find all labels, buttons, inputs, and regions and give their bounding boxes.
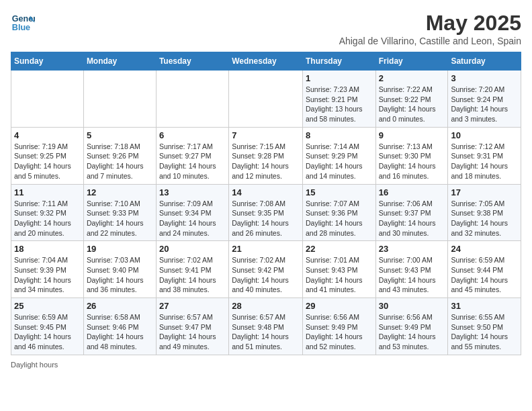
day-number: 14: [232, 187, 300, 197]
calendar-cell: 23Sunrise: 7:00 AM Sunset: 9:43 PM Dayli…: [375, 241, 448, 298]
day-info: Sunrise: 6:57 AM Sunset: 9:47 PM Dayligh…: [159, 312, 226, 352]
day-info: Sunrise: 7:02 AM Sunset: 9:41 PM Dayligh…: [159, 255, 226, 295]
day-number: 26: [87, 301, 153, 311]
day-info: Sunrise: 6:59 AM Sunset: 9:44 PM Dayligh…: [451, 255, 518, 295]
calendar-cell: 5Sunrise: 7:18 AM Sunset: 9:26 PM Daylig…: [83, 127, 156, 184]
day-info: Sunrise: 7:09 AM Sunset: 9:34 PM Dayligh…: [159, 199, 226, 238]
day-number: 20: [159, 244, 226, 254]
header-saturday: Saturday: [448, 52, 521, 71]
calendar-cell: 30Sunrise: 6:56 AM Sunset: 9:49 PM Dayli…: [375, 298, 448, 355]
calendar-cell: 24Sunrise: 6:59 AM Sunset: 9:44 PM Dayli…: [448, 241, 521, 298]
day-number: 25: [14, 301, 81, 311]
day-info: Sunrise: 7:08 AM Sunset: 9:35 PM Dayligh…: [232, 199, 300, 238]
day-number: 3: [451, 73, 518, 83]
calendar-cell: 2Sunrise: 7:22 AM Sunset: 9:22 PM Daylig…: [375, 71, 448, 128]
header-thursday: Thursday: [302, 52, 375, 71]
calendar-cell: 7Sunrise: 7:15 AM Sunset: 9:28 PM Daylig…: [229, 127, 303, 184]
day-info: Sunrise: 6:59 AM Sunset: 9:45 PM Dayligh…: [14, 312, 81, 352]
week-row-5: 25Sunrise: 6:59 AM Sunset: 9:45 PM Dayli…: [11, 298, 521, 355]
day-number: 16: [379, 187, 445, 197]
calendar-cell: 14Sunrise: 7:08 AM Sunset: 9:35 PM Dayli…: [229, 184, 303, 241]
week-row-3: 11Sunrise: 7:11 AM Sunset: 9:32 PM Dayli…: [11, 184, 521, 241]
calendar-cell: 9Sunrise: 7:13 AM Sunset: 9:30 PM Daylig…: [375, 127, 448, 184]
day-info: Sunrise: 7:07 AM Sunset: 9:36 PM Dayligh…: [306, 199, 373, 238]
month-title: May 2025: [339, 11, 521, 36]
day-number: 2: [379, 73, 445, 83]
day-info: Sunrise: 7:12 AM Sunset: 9:31 PM Dayligh…: [451, 142, 518, 181]
calendar-cell: 22Sunrise: 7:01 AM Sunset: 9:43 PM Dayli…: [302, 241, 375, 298]
week-row-1: 1Sunrise: 7:23 AM Sunset: 9:21 PM Daylig…: [11, 71, 521, 128]
day-number: 17: [451, 187, 518, 197]
calendar-cell: 18Sunrise: 7:04 AM Sunset: 9:39 PM Dayli…: [11, 241, 84, 298]
day-info: Sunrise: 6:56 AM Sunset: 9:49 PM Dayligh…: [379, 312, 445, 352]
calendar-cell: [156, 71, 228, 128]
calendar-cell: 29Sunrise: 6:56 AM Sunset: 9:49 PM Dayli…: [302, 298, 375, 355]
calendar-cell: [83, 71, 156, 128]
day-number: 19: [87, 244, 153, 254]
day-info: Sunrise: 7:05 AM Sunset: 9:38 PM Dayligh…: [451, 199, 518, 238]
day-info: Sunrise: 7:14 AM Sunset: 9:29 PM Dayligh…: [306, 142, 373, 181]
calendar-cell: 1Sunrise: 7:23 AM Sunset: 9:21 PM Daylig…: [302, 71, 375, 128]
header-monday: Monday: [83, 52, 156, 71]
day-info: Sunrise: 7:00 AM Sunset: 9:43 PM Dayligh…: [379, 255, 445, 295]
calendar-cell: 17Sunrise: 7:05 AM Sunset: 9:38 PM Dayli…: [448, 184, 521, 241]
day-number: 27: [159, 301, 226, 311]
calendar-table: SundayMondayTuesdayWednesdayThursdayFrid…: [11, 52, 521, 355]
calendar-cell: 13Sunrise: 7:09 AM Sunset: 9:34 PM Dayli…: [156, 184, 228, 241]
day-number: 13: [159, 187, 226, 197]
day-number: 10: [451, 130, 518, 140]
header-friday: Friday: [375, 52, 448, 71]
day-number: 24: [451, 244, 518, 254]
day-info: Sunrise: 7:02 AM Sunset: 9:42 PM Dayligh…: [232, 255, 300, 295]
day-number: 4: [14, 130, 81, 140]
calendar-cell: 16Sunrise: 7:06 AM Sunset: 9:37 PM Dayli…: [375, 184, 448, 241]
day-number: 28: [232, 301, 300, 311]
day-info: Sunrise: 7:19 AM Sunset: 9:25 PM Dayligh…: [14, 142, 81, 181]
calendar-cell: 12Sunrise: 7:10 AM Sunset: 9:33 PM Dayli…: [83, 184, 156, 241]
day-number: 8: [306, 130, 373, 140]
day-info: Sunrise: 7:03 AM Sunset: 9:40 PM Dayligh…: [87, 255, 153, 295]
day-number: 5: [87, 130, 153, 140]
day-number: 22: [306, 244, 373, 254]
calendar-cell: 21Sunrise: 7:02 AM Sunset: 9:42 PM Dayli…: [229, 241, 303, 298]
day-info: Sunrise: 6:57 AM Sunset: 9:48 PM Dayligh…: [232, 312, 300, 352]
week-row-4: 18Sunrise: 7:04 AM Sunset: 9:39 PM Dayli…: [11, 241, 521, 298]
calendar-cell: 27Sunrise: 6:57 AM Sunset: 9:47 PM Dayli…: [156, 298, 228, 355]
day-info: Sunrise: 6:58 AM Sunset: 9:46 PM Dayligh…: [87, 312, 153, 352]
calendar-cell: 25Sunrise: 6:59 AM Sunset: 9:45 PM Dayli…: [11, 298, 84, 355]
calendar-cell: 4Sunrise: 7:19 AM Sunset: 9:25 PM Daylig…: [11, 127, 84, 184]
calendar-cell: 10Sunrise: 7:12 AM Sunset: 9:31 PM Dayli…: [448, 127, 521, 184]
day-number: 9: [379, 130, 445, 140]
title-area: May 2025 Ahigal de Villarino, Castille a…: [339, 11, 521, 46]
day-number: 15: [306, 187, 373, 197]
footer-note: Daylight hours: [11, 361, 521, 369]
header-tuesday: Tuesday: [156, 52, 228, 71]
day-number: 23: [379, 244, 445, 254]
calendar-header-row: SundayMondayTuesdayWednesdayThursdayFrid…: [11, 52, 521, 71]
page-header: General Blue May 2025 Ahigal de Villarin…: [11, 11, 521, 46]
day-info: Sunrise: 7:22 AM Sunset: 9:22 PM Dayligh…: [379, 85, 445, 124]
day-number: 7: [232, 130, 300, 140]
day-info: Sunrise: 7:01 AM Sunset: 9:43 PM Dayligh…: [306, 255, 373, 295]
calendar-cell: 20Sunrise: 7:02 AM Sunset: 9:41 PM Dayli…: [156, 241, 228, 298]
day-info: Sunrise: 7:10 AM Sunset: 9:33 PM Dayligh…: [87, 199, 153, 238]
day-info: Sunrise: 7:23 AM Sunset: 9:21 PM Dayligh…: [306, 85, 373, 124]
day-info: Sunrise: 7:13 AM Sunset: 9:30 PM Dayligh…: [379, 142, 445, 181]
calendar-cell: [229, 71, 303, 128]
week-row-2: 4Sunrise: 7:19 AM Sunset: 9:25 PM Daylig…: [11, 127, 521, 184]
header-sunday: Sunday: [11, 52, 84, 71]
day-number: 31: [451, 301, 518, 311]
day-info: Sunrise: 7:15 AM Sunset: 9:28 PM Dayligh…: [232, 142, 300, 181]
location-subtitle: Ahigal de Villarino, Castille and Leon, …: [339, 36, 521, 46]
calendar-cell: 6Sunrise: 7:17 AM Sunset: 9:27 PM Daylig…: [156, 127, 228, 184]
header-wednesday: Wednesday: [229, 52, 303, 71]
day-number: 29: [306, 301, 373, 311]
calendar-cell: 31Sunrise: 6:55 AM Sunset: 9:50 PM Dayli…: [448, 298, 521, 355]
day-number: 6: [159, 130, 226, 140]
calendar-cell: 3Sunrise: 7:20 AM Sunset: 9:24 PM Daylig…: [448, 71, 521, 128]
svg-text:Blue: Blue: [12, 23, 30, 32]
day-info: Sunrise: 7:18 AM Sunset: 9:26 PM Dayligh…: [87, 142, 153, 181]
calendar-cell: 28Sunrise: 6:57 AM Sunset: 9:48 PM Dayli…: [229, 298, 303, 355]
day-info: Sunrise: 7:06 AM Sunset: 9:37 PM Dayligh…: [379, 199, 445, 238]
day-number: 12: [87, 187, 153, 197]
